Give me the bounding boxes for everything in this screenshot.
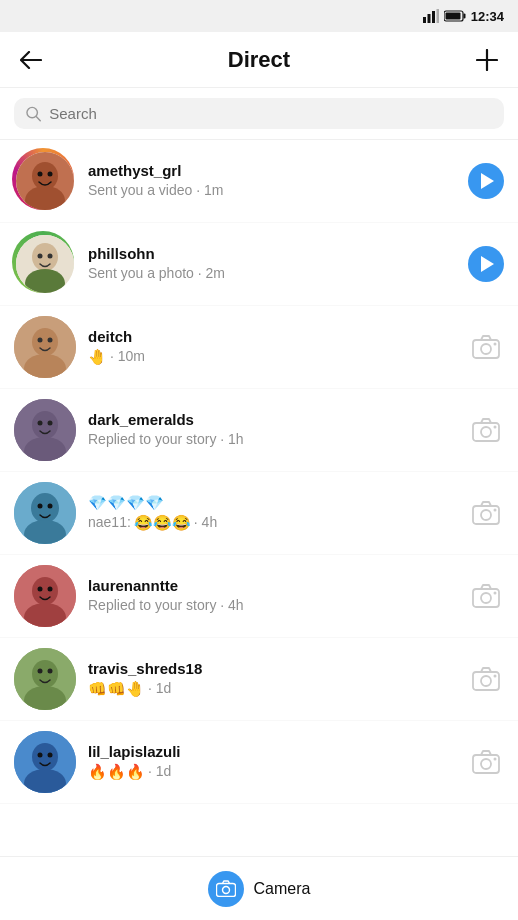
svg-point-51 bbox=[32, 660, 58, 688]
message-content: dark_emeralds Replied to your story · 1h bbox=[76, 410, 468, 449]
svg-point-25 bbox=[494, 343, 497, 346]
status-time: 12:34 bbox=[471, 9, 504, 24]
camera-button[interactable] bbox=[468, 744, 504, 780]
message-preview: Replied to your story · 4h bbox=[88, 596, 468, 616]
avatar-image bbox=[14, 648, 76, 710]
svg-rect-3 bbox=[436, 9, 439, 23]
svg-point-45 bbox=[38, 587, 43, 592]
list-item[interactable]: amethyst_grl Sent you a video · 1m bbox=[0, 140, 518, 223]
svg-point-30 bbox=[48, 421, 53, 426]
username: phillsohn bbox=[88, 244, 468, 264]
message-preview: Replied to your story · 1h bbox=[88, 430, 468, 450]
svg-point-48 bbox=[481, 593, 491, 603]
message-content: lil_lapislazuli 🔥🔥🔥 · 1d bbox=[76, 742, 468, 783]
svg-point-16 bbox=[38, 254, 43, 259]
svg-rect-66 bbox=[216, 884, 235, 897]
svg-point-11 bbox=[38, 172, 43, 177]
svg-point-27 bbox=[32, 411, 58, 439]
avatar bbox=[14, 648, 76, 710]
svg-point-62 bbox=[48, 753, 53, 758]
svg-point-29 bbox=[38, 421, 43, 426]
bottom-camera-bar[interactable]: Camera bbox=[0, 856, 518, 920]
camera-icon bbox=[472, 584, 500, 608]
list-item[interactable]: phillsohn Sent you a photo · 2m bbox=[0, 223, 518, 306]
list-item[interactable]: dark_emeralds Replied to your story · 1h bbox=[0, 389, 518, 472]
page-title: Direct bbox=[228, 47, 290, 73]
avatar bbox=[14, 150, 76, 212]
avatar bbox=[14, 399, 76, 461]
svg-point-65 bbox=[494, 758, 497, 761]
camera-icon bbox=[472, 750, 500, 774]
svg-point-46 bbox=[48, 587, 53, 592]
message-preview: 🔥🔥🔥 · 1d bbox=[88, 761, 468, 782]
username: travis_shreds18 bbox=[88, 659, 468, 679]
camera-button[interactable] bbox=[468, 578, 504, 614]
svg-point-9 bbox=[32, 162, 58, 190]
camera-button[interactable] bbox=[468, 495, 504, 531]
camera-button[interactable] bbox=[468, 329, 504, 365]
signal-icon bbox=[423, 9, 439, 23]
list-item[interactable]: lil_lapislazuli 🔥🔥🔥 · 1d bbox=[0, 721, 518, 804]
svg-point-38 bbox=[48, 504, 53, 509]
svg-rect-2 bbox=[432, 11, 435, 23]
message-preview: 👊👊🤚 · 1d bbox=[88, 678, 468, 699]
svg-rect-5 bbox=[463, 14, 465, 19]
svg-point-49 bbox=[494, 592, 497, 595]
camera-label: Camera bbox=[254, 880, 311, 898]
svg-rect-0 bbox=[423, 17, 426, 23]
battery-icon bbox=[444, 10, 466, 22]
svg-point-12 bbox=[48, 172, 53, 177]
svg-point-21 bbox=[38, 338, 43, 343]
back-button[interactable] bbox=[16, 47, 46, 73]
avatar bbox=[14, 731, 76, 793]
search-input[interactable] bbox=[49, 105, 492, 122]
svg-point-57 bbox=[494, 675, 497, 678]
username: lil_lapislazuli bbox=[88, 742, 468, 762]
avatar-image bbox=[14, 482, 76, 544]
svg-point-24 bbox=[481, 344, 491, 354]
svg-point-17 bbox=[48, 254, 53, 259]
svg-point-59 bbox=[32, 743, 58, 771]
list-item[interactable]: deitch 🤚 · 10m bbox=[0, 306, 518, 389]
avatar-image bbox=[16, 152, 74, 210]
svg-point-56 bbox=[481, 676, 491, 686]
camera-button[interactable] bbox=[468, 661, 504, 697]
svg-point-61 bbox=[38, 753, 43, 758]
camera-circle-icon bbox=[208, 871, 244, 907]
play-button[interactable] bbox=[468, 163, 504, 199]
svg-point-22 bbox=[48, 338, 53, 343]
username: dark_emeralds bbox=[88, 410, 468, 430]
svg-point-54 bbox=[48, 669, 53, 674]
list-item[interactable]: 💎💎💎💎 nae11: 😂😂😂 · 4h bbox=[0, 472, 518, 555]
username: 💎💎💎💎 bbox=[88, 493, 468, 513]
plus-icon bbox=[476, 49, 498, 71]
avatar bbox=[14, 233, 76, 295]
play-button[interactable] bbox=[468, 246, 504, 282]
svg-point-19 bbox=[32, 328, 58, 356]
search-input-wrap[interactable] bbox=[14, 98, 504, 129]
svg-point-67 bbox=[222, 887, 229, 894]
svg-point-40 bbox=[481, 510, 491, 520]
compose-button[interactable] bbox=[472, 45, 502, 75]
camera-icon bbox=[472, 418, 500, 442]
username: deitch bbox=[88, 327, 468, 347]
message-content: travis_shreds18 👊👊🤚 · 1d bbox=[76, 659, 468, 700]
list-item[interactable]: travis_shreds18 👊👊🤚 · 1d bbox=[0, 638, 518, 721]
back-icon bbox=[20, 51, 42, 69]
message-list: amethyst_grl Sent you a video · 1m p bbox=[0, 140, 518, 804]
camera-icon bbox=[472, 501, 500, 525]
message-preview: Sent you a photo · 2m bbox=[88, 264, 468, 284]
status-bar: 12:34 bbox=[0, 0, 518, 32]
svg-point-7 bbox=[27, 107, 37, 117]
svg-rect-1 bbox=[427, 14, 430, 23]
avatar-image bbox=[16, 235, 74, 293]
status-icons: 12:34 bbox=[423, 9, 504, 24]
avatar-image bbox=[14, 399, 76, 461]
message-preview: nae11: 😂😂😂 · 4h bbox=[88, 512, 468, 533]
camera-icon bbox=[472, 667, 500, 691]
list-item[interactable]: laurenanntte Replied to your story · 4h bbox=[0, 555, 518, 638]
username: laurenanntte bbox=[88, 576, 468, 596]
message-content: amethyst_grl Sent you a video · 1m bbox=[76, 161, 468, 200]
camera-button[interactable] bbox=[468, 412, 504, 448]
avatar bbox=[14, 565, 76, 627]
